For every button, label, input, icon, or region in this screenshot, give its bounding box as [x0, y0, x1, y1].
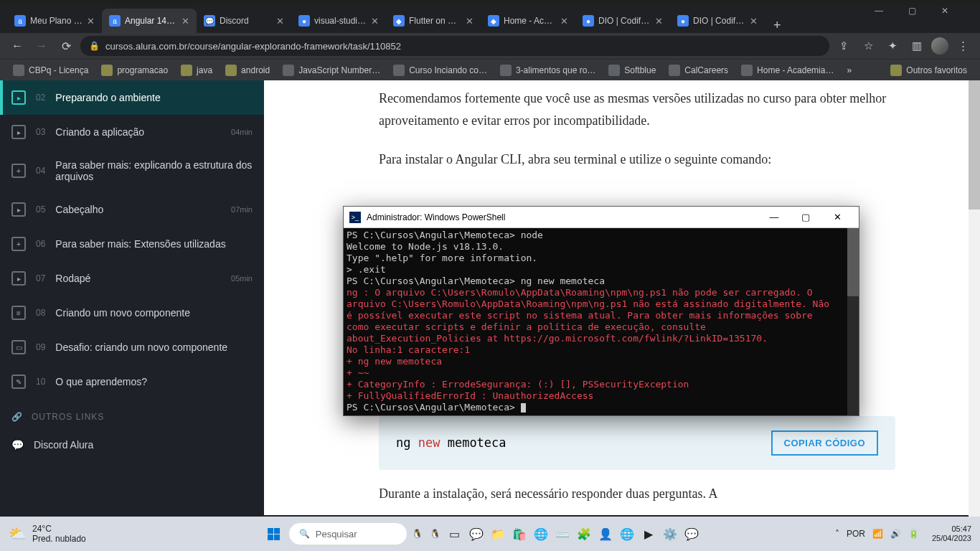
forward-button[interactable]: → [32, 36, 52, 56]
bookmark-item[interactable]: Curso Inciando co… [387, 62, 493, 79]
os-min-button[interactable]: — [862, 0, 895, 22]
os-close-button[interactable]: ✕ [928, 0, 961, 22]
bookmark-item[interactable]: 3-alimentos que ro… [494, 62, 601, 79]
tab-close-icon[interactable]: ✕ [560, 16, 568, 27]
bookmark-item[interactable]: CBPq - Licença [7, 62, 94, 79]
taskbar-app-icon[interactable]: 📁 [488, 524, 508, 544]
lesson-item[interactable]: ✎10O que aprendemos? [0, 364, 264, 399]
start-button[interactable] [261, 521, 287, 547]
bookmark-item[interactable]: android [220, 62, 275, 79]
terminal-cursor [521, 403, 526, 413]
tab-close-icon[interactable]: ✕ [466, 16, 473, 27]
tab-close-icon[interactable]: ✕ [655, 16, 663, 27]
taskbar-app-icon[interactable]: ▭ [445, 524, 465, 544]
taskbar-decor-icon: 🐧 [412, 529, 423, 540]
browser-tab[interactable]: ●DIO | Codific…✕ [575, 9, 670, 33]
folder-icon [225, 65, 237, 76]
lesson-item[interactable]: ≡08Criando um novo componente [0, 296, 264, 330]
lesson-item[interactable]: ▸03Criando a aplicação04min [0, 115, 264, 149]
taskbar-app-icon[interactable]: 🛍️ [509, 524, 529, 544]
os-max-button[interactable]: ▢ [895, 0, 928, 22]
menu-icon[interactable]: ⋮ [953, 36, 973, 56]
tab-close-icon[interactable]: ✕ [276, 16, 284, 27]
back-button[interactable]: ← [7, 36, 27, 56]
lesson-number: 06 [36, 239, 45, 249]
other-bookmarks[interactable]: Outros favoritos [885, 62, 973, 79]
battery-icon[interactable]: 🔋 [908, 529, 919, 539]
lesson-item[interactable]: +06Para saber mais: Extensões utilizadas [0, 227, 264, 261]
ps-terminal[interactable]: PS C:\Cursos\Angular\Memoteca> nodeWelco… [344, 228, 859, 416]
browser-tab[interactable]: ◆Home - Acad…✕ [481, 9, 575, 33]
taskbar-search[interactable]: 🔍 Pesquisar [288, 522, 407, 545]
bookmark-label: Outros favoritos [906, 65, 967, 75]
taskbar-app-icon[interactable]: ▶ [639, 524, 659, 544]
taskbar-app-icon[interactable]: 🧩 [574, 524, 594, 544]
ps-max-button[interactable]: ▢ [790, 207, 821, 228]
bookmark-item[interactable]: Home - Academia… [735, 62, 839, 79]
share-icon[interactable]: ⇪ [834, 36, 854, 56]
discord-link[interactable]: 💬Discord Alura [0, 429, 264, 461]
ps-scroll-thumb[interactable] [847, 228, 859, 296]
powershell-window[interactable]: >_ Administrador: Windows PowerShell — ▢… [343, 206, 859, 416]
tab-favicon: ● [677, 15, 689, 27]
taskbar-app-icon[interactable]: 👤 [595, 524, 616, 544]
weather-desc: Pred. nublado [32, 534, 86, 544]
page-scrollbar[interactable] [969, 80, 980, 517]
reload-button[interactable]: ⟳ [56, 36, 76, 56]
wifi-icon[interactable]: 📶 [872, 529, 883, 539]
terminal-line: + FullyQualifiedErrorId : UnauthorizedAc… [347, 390, 856, 402]
scrollbar-thumb[interactable] [969, 80, 980, 209]
lesson-item[interactable]: +04Para saber mais: explicando a estrutu… [0, 149, 264, 192]
lesson-item[interactable]: ▸02Preparando o ambiente [0, 80, 264, 115]
favorite-icon[interactable]: ☆ [858, 36, 878, 56]
browser-tab[interactable]: ◆Flutter on M…✕ [386, 9, 481, 33]
bookmark-item[interactable]: JavaScript Number… [277, 62, 386, 79]
copy-code-button[interactable]: COPIAR CÓDIGO [771, 430, 878, 456]
sidebar-section-header: 🔗OUTROS LINKS [0, 399, 264, 429]
lesson-number: 08 [36, 308, 45, 318]
lesson-icon: ▸ [11, 202, 26, 217]
taskbar-app-icon[interactable]: 🌐 [531, 524, 551, 544]
bookmark-item[interactable]: CalCareers [663, 62, 734, 79]
taskbar-app-icon[interactable]: 💬 [682, 524, 702, 544]
new-tab-button[interactable]: + [765, 18, 790, 33]
ps-titlebar[interactable]: >_ Administrador: Windows PowerShell — ▢… [344, 207, 859, 228]
bookmark-item[interactable]: Softblue [603, 62, 661, 79]
bookmark-icon [13, 65, 24, 76]
sidepanel-icon[interactable]: ▥ [907, 36, 927, 56]
tab-close-icon[interactable]: ✕ [371, 16, 379, 27]
browser-tab[interactable]: ●visual-studio…✕ [291, 9, 386, 33]
terminal-line: + ~~ [347, 367, 856, 379]
lesson-item[interactable]: ▸07Rodapé05min [0, 261, 264, 296]
ps-title-text: Administrador: Windows PowerShell [367, 212, 758, 222]
tray-lang[interactable]: POR [847, 529, 865, 539]
browser-tab[interactable]: 💬Discord✕ [197, 9, 291, 33]
bookmark-label: Home - Academia… [757, 65, 834, 75]
browser-tab[interactable]: ●DIO | Codific…✕ [670, 9, 765, 33]
taskbar-app-icon[interactable]: ⚙️ [660, 524, 680, 544]
ps-scrollbar[interactable] [847, 228, 859, 415]
tab-close-icon[interactable]: ✕ [750, 16, 758, 27]
tab-close-icon[interactable]: ✕ [87, 16, 95, 27]
browser-tab[interactable]: aAngular 14: …✕ [102, 9, 197, 33]
bookmarks-overflow[interactable]: » [841, 62, 857, 78]
lesson-item[interactable]: ▸05Cabeçalho07min [0, 192, 264, 227]
browser-tab[interactable]: aMeu Plano d…✕ [7, 9, 102, 33]
taskbar-clock[interactable]: 05:47 25/04/2023 [932, 524, 971, 543]
volume-icon[interactable]: 🔊 [890, 529, 901, 539]
address-bar[interactable]: 🔒 cursos.alura.com.br/course/angular-exp… [80, 36, 829, 56]
taskbar-app-icon[interactable]: 🌐 [617, 524, 637, 544]
bookmark-item[interactable]: java [175, 62, 218, 79]
ps-min-button[interactable]: — [758, 207, 790, 228]
extensions-icon[interactable]: ✦ [882, 36, 903, 56]
tray-chevron-icon[interactable]: ˄ [835, 529, 839, 539]
weather-widget[interactable]: ⛅ 24°C Pred. nublado [9, 524, 86, 545]
taskbar-app-icon[interactable]: ⌨️ [552, 524, 573, 544]
taskbar-app-icon[interactable]: 💬 [466, 524, 486, 544]
lesson-item[interactable]: ▭09Desafio: criando um novo componente [0, 330, 264, 364]
profile-avatar[interactable] [931, 37, 948, 55]
tab-close-icon[interactable]: ✕ [182, 16, 189, 27]
bookmark-label: programacao [117, 65, 168, 75]
ps-close-button[interactable]: ✕ [821, 207, 853, 228]
bookmark-item[interactable]: programacao [95, 62, 174, 79]
